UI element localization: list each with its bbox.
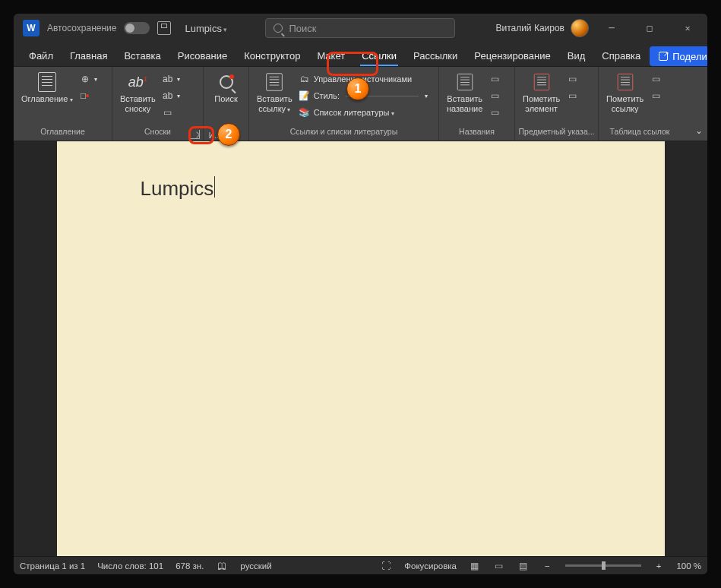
- close-button[interactable]: ✕: [672, 17, 703, 40]
- group-title-citations: Ссылки и списки литературы: [249, 127, 438, 141]
- update-toc-button[interactable]: □: [79, 88, 97, 103]
- index-side: ▭ ▭: [566, 70, 578, 103]
- insert-caption-button[interactable]: Вставить название: [444, 70, 485, 115]
- insert-footnote-button[interactable]: ab1 Вставить сноску: [117, 70, 159, 115]
- bibliography-button[interactable]: 📚Список литературы: [299, 105, 428, 120]
- tab-file[interactable]: Файл: [21, 46, 61, 66]
- footnotes-launcher-icon[interactable]: [191, 130, 200, 139]
- autosave-label: Автосохранение: [47, 23, 116, 33]
- group-footnotes: ab1 Вставить сноску ab▾ ab▾ ▭ Сноски И..…: [112, 67, 204, 141]
- read-mode-icon[interactable]: ▦: [469, 561, 481, 571]
- update-table-icon: ▭: [489, 90, 501, 102]
- web-layout-icon[interactable]: ▤: [517, 561, 530, 571]
- text-cursor: [214, 176, 215, 198]
- print-layout-icon[interactable]: ▭: [493, 561, 505, 571]
- toa-side: ▭ ▭: [650, 70, 662, 103]
- insert-index-icon: ▭: [566, 73, 578, 85]
- toc-icon: [36, 71, 59, 93]
- toc-side-buttons: ⊕▾ □: [79, 70, 97, 103]
- next-footnote-icon: ab: [162, 90, 174, 102]
- update-toa-button[interactable]: ▭: [650, 88, 662, 103]
- insert-citation-label: Вставить ссылку: [257, 94, 293, 113]
- insert-footnote-label: Вставить сноску: [120, 94, 156, 113]
- tab-insert[interactable]: Вставка: [116, 46, 168, 66]
- insert-endnote-button[interactable]: ab▾: [162, 71, 180, 87]
- tab-design[interactable]: Конструктор: [236, 46, 308, 66]
- update-index-icon: ▭: [566, 90, 578, 102]
- share-button[interactable]: Поделиться: [650, 46, 707, 66]
- callout-badge-2: 2: [217, 123, 240, 146]
- add-text-button[interactable]: ⊕▾: [79, 71, 97, 87]
- mark-citation-icon: [614, 71, 637, 93]
- mark-entry-label: Пометить элемент: [523, 94, 560, 113]
- tab-home[interactable]: Главная: [62, 46, 115, 66]
- update-index-button[interactable]: ▭: [566, 88, 578, 103]
- search-placeholder: Поиск: [289, 23, 316, 34]
- search-box[interactable]: Поиск: [265, 18, 455, 38]
- status-chars[interactable]: 678 зн.: [176, 561, 204, 571]
- mark-entry-button[interactable]: Пометить элемент: [520, 70, 563, 115]
- zoom-slider[interactable]: [565, 564, 641, 567]
- zoom-level[interactable]: 100 %: [676, 561, 701, 571]
- toc-button[interactable]: Оглавление: [18, 70, 76, 106]
- insert-index-button[interactable]: ▭: [566, 71, 578, 87]
- maximize-button[interactable]: □: [634, 17, 665, 40]
- insert-citation-button[interactable]: Вставить ссылку: [254, 70, 296, 115]
- show-notes-button[interactable]: ▭: [162, 105, 180, 120]
- bibliography-icon: 📚: [299, 106, 311, 119]
- group-toc: Оглавление ⊕▾ □ Оглавление: [14, 67, 112, 141]
- insert-caption-label: Вставить название: [447, 94, 482, 113]
- status-focus[interactable]: Фокусировка: [404, 561, 457, 571]
- mark-citation-label: Пометить ссылку: [606, 94, 644, 113]
- research-search-button[interactable]: Поиск: [207, 70, 245, 106]
- table-figures-icon: ▭: [489, 73, 501, 85]
- update-toa-icon: ▭: [650, 90, 662, 102]
- group-title-footnotes: Сноски И...: [112, 127, 203, 141]
- focus-icon[interactable]: ⛶: [380, 561, 392, 571]
- ribbon-collapse-button[interactable]: ⌄: [695, 125, 703, 136]
- ribbon-tabs: Файл Главная Вставка Рисование Конструкт…: [14, 43, 707, 67]
- tab-references[interactable]: Ссылки: [354, 46, 404, 66]
- document-workarea[interactable]: Lumpics: [14, 141, 707, 556]
- tab-review[interactable]: Рецензирование: [466, 46, 558, 66]
- update-table-button[interactable]: ▭: [489, 88, 501, 103]
- show-notes-icon: ▭: [162, 106, 174, 119]
- title-bar: W Автосохранение Lumpics Поиск Виталий К…: [14, 14, 707, 43]
- minimize-button[interactable]: ─: [596, 17, 627, 40]
- tab-help[interactable]: Справка: [594, 46, 648, 66]
- mark-citation-button[interactable]: Пометить ссылку: [603, 70, 647, 115]
- document-page[interactable]: Lumpics: [57, 141, 665, 556]
- insert-toa-button[interactable]: ▭: [650, 71, 662, 87]
- zoom-out-button[interactable]: −: [542, 561, 553, 571]
- next-footnote-button[interactable]: ab▾: [162, 88, 180, 103]
- status-language[interactable]: русский: [240, 561, 271, 571]
- status-words[interactable]: Число слов: 101: [97, 561, 163, 571]
- search-icon: [274, 24, 283, 33]
- user-name: Виталий Каиров: [495, 23, 564, 33]
- status-page[interactable]: Страница 1 из 1: [20, 561, 85, 571]
- research-search-icon: [215, 71, 238, 93]
- captions-side: ▭ ▭ ▭: [489, 70, 501, 120]
- cross-reference-button[interactable]: ▭: [489, 105, 501, 120]
- document-name[interactable]: Lumpics: [185, 23, 227, 34]
- add-text-icon: ⊕: [79, 73, 91, 85]
- autosave-toggle[interactable]: [124, 22, 150, 34]
- mark-entry-icon: [530, 71, 553, 93]
- group-title-captions: Названия: [439, 127, 514, 141]
- insert-table-figures-button[interactable]: ▭: [489, 71, 501, 87]
- footnote-icon: ab1: [126, 71, 149, 93]
- share-label: Поделиться: [672, 51, 707, 62]
- tab-mailings[interactable]: Рассылки: [406, 46, 465, 66]
- user-account[interactable]: Виталий Каиров: [495, 19, 589, 37]
- share-icon: [659, 52, 668, 61]
- caption-icon: [454, 71, 476, 93]
- tab-view[interactable]: Вид: [560, 46, 593, 66]
- insert-citation-icon: [263, 71, 286, 93]
- insert-toa-icon: ▭: [650, 73, 662, 85]
- save-icon[interactable]: [157, 21, 171, 35]
- tab-draw[interactable]: Рисование: [170, 46, 235, 66]
- tab-layout[interactable]: Макет: [309, 46, 353, 66]
- spellcheck-icon[interactable]: 🕮: [216, 561, 228, 571]
- manage-sources-icon: 🗂: [299, 73, 311, 85]
- zoom-in-button[interactable]: +: [653, 561, 665, 571]
